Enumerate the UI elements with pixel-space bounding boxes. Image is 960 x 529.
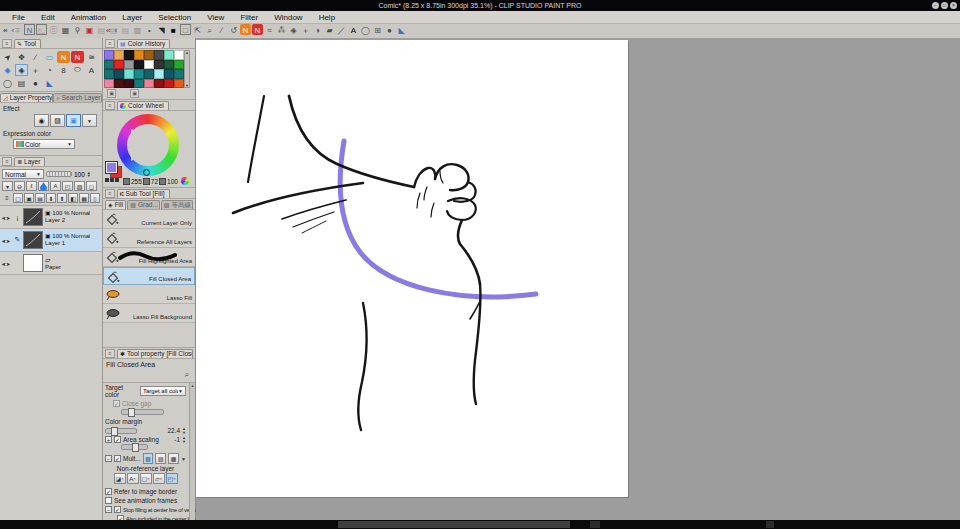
- color-swatch[interactable]: [144, 50, 154, 60]
- cylinder-icon[interactable]: ⊖: [14, 181, 25, 191]
- ink-drop-icon[interactable]: [38, 181, 49, 191]
- sub-tool-group-tab-1[interactable]: ◈Fill: [105, 200, 126, 209]
- tool-fill-alt[interactable]: ◈: [1, 64, 14, 76]
- magnifier-icon[interactable]: ⌕: [185, 370, 189, 379]
- effect-border-icon[interactable]: ▣: [66, 114, 81, 127]
- lasso-tool-icon[interactable]: ↺: [228, 24, 239, 35]
- color-swatch[interactable]: [104, 69, 114, 79]
- tool-pen-light[interactable]: ∕: [29, 51, 42, 63]
- color-swatch[interactable]: [104, 79, 114, 89]
- delete-color-button[interactable]: ▣: [130, 89, 139, 98]
- operation-tool-icon[interactable]: ⇱: [192, 24, 203, 35]
- menu-window[interactable]: Window: [266, 13, 310, 22]
- tool-crosshair[interactable]: ＋: [29, 64, 42, 76]
- layer-visibility-eye-icon[interactable]: [0, 208, 12, 226]
- exclude-draft-button[interactable]: ◪×: [114, 473, 126, 484]
- onion-skin-icon[interactable]: ▩: [132, 24, 143, 35]
- scroll-down-icon[interactable]: ▼: [185, 84, 189, 87]
- color-swatch[interactable]: [114, 50, 124, 60]
- effect-tone-icon[interactable]: ◉: [34, 114, 49, 127]
- color-swatch[interactable]: [114, 60, 124, 70]
- canvas-page[interactable]: [196, 40, 628, 497]
- sub-tool-reference-all-layers[interactable]: Reference All Layers: [103, 229, 195, 248]
- color-swatch[interactable]: [134, 79, 144, 89]
- layer-filter-icon[interactable]: ≡: [2, 193, 12, 203]
- color-history-scrollbar[interactable]: ▲ ▼: [184, 50, 190, 88]
- shrink-dock-a-icon[interactable]: ‹: [11, 26, 14, 35]
- ruler-tool-icon[interactable]: ◣: [396, 24, 407, 35]
- tool-fill[interactable]: ◈: [15, 64, 28, 76]
- color-swatch[interactable]: [164, 50, 174, 60]
- marker-orange-tool-icon[interactable]: N: [240, 24, 251, 35]
- eraser-tool-icon[interactable]: ▰: [324, 24, 335, 35]
- delete-layer-button[interactable]: ▯: [90, 193, 100, 203]
- color-swatch[interactable]: [134, 50, 144, 60]
- effect-more-dropdown[interactable]: ▼: [82, 114, 97, 127]
- tool-dot[interactable]: ●: [29, 77, 42, 89]
- sub-tool-lasso-fill-background[interactable]: Lasso Fill Background: [103, 304, 195, 323]
- pen-tool-icon[interactable]: ∕: [216, 24, 227, 35]
- color-swatch[interactable]: [104, 50, 114, 60]
- reference-image-icon[interactable]: ▣: [84, 24, 95, 35]
- combine-dropdown-icon[interactable]: ▾: [2, 181, 13, 191]
- effect-screen-icon[interactable]: ▨: [50, 114, 65, 127]
- tool-marker-orange[interactable]: N: [57, 51, 70, 63]
- color-swatch[interactable]: [124, 69, 134, 79]
- area-scaling-checkbox[interactable]: ✓: [114, 436, 121, 443]
- color-margin-stepper[interactable]: ▲▼: [182, 427, 186, 433]
- merge-down-button[interactable]: ⬆: [57, 193, 67, 203]
- tab-search-layer[interactable]: ⌕ Search Layer: [53, 93, 102, 102]
- color-swatch[interactable]: [124, 50, 134, 60]
- frame-icon[interactable]: ◻: [86, 181, 97, 191]
- collapse-dock-b-icon[interactable]: «: [106, 26, 110, 35]
- tool-property-scrollbar[interactable]: ▲ ▼: [189, 383, 195, 529]
- menu-file[interactable]: File: [4, 13, 33, 22]
- tool-object[interactable]: ✥: [15, 51, 28, 63]
- tool-eraser[interactable]: 8: [57, 64, 70, 76]
- color-swatch[interactable]: [124, 60, 134, 70]
- exclude-paper-button[interactable]: ▱×: [153, 473, 165, 484]
- frame-tool-icon[interactable]: ⊞: [372, 24, 383, 35]
- tool-marker-red[interactable]: N: [71, 51, 84, 63]
- blend-mode-select[interactable]: Normal ▼: [2, 169, 44, 179]
- color-swatch[interactable]: [134, 69, 144, 79]
- color-swatch[interactable]: [124, 79, 134, 89]
- color-swatch[interactable]: [144, 69, 154, 79]
- layer-thumbnail[interactable]: [23, 231, 43, 249]
- menu-layer[interactable]: Layer: [114, 13, 150, 22]
- rotate-flip-icon[interactable]: ◺: [36, 24, 47, 35]
- color-swatch[interactable]: [154, 69, 164, 79]
- taskbar[interactable]: [0, 520, 960, 529]
- blend-tool-icon[interactable]: ◑: [312, 24, 323, 35]
- menu-edit[interactable]: Edit: [33, 13, 63, 22]
- sub-tool-fill-closed-area[interactable]: Fill Closed Area: [103, 267, 195, 285]
- taskbar-item[interactable]: [590, 521, 600, 528]
- new-raster-layer-button[interactable]: ▢: [13, 193, 23, 203]
- tool-blend[interactable]: ◔: [43, 64, 56, 76]
- layer-visibility-eye-icon[interactable]: [0, 254, 12, 272]
- layer-row-paper[interactable]: ▱Paper: [0, 252, 102, 275]
- wheel-mode-toggle-icon[interactable]: [181, 177, 189, 185]
- ellipse-tool-icon[interactable]: ◯: [360, 24, 371, 35]
- sv-triangle[interactable]: [131, 129, 165, 161]
- close-gap-checkbox[interactable]: ✓: [113, 400, 120, 407]
- tool-ruler[interactable]: ◣: [43, 77, 56, 89]
- sub-tool-fill-highlighted-area[interactable]: Fill Highlighted Area: [103, 248, 195, 267]
- chip-btn-icon[interactable]: [115, 178, 119, 182]
- menu-help[interactable]: Help: [311, 13, 343, 22]
- export-icon[interactable]: ▤: [120, 24, 131, 35]
- sub-tool-group-tab-2[interactable]: ▨Grad...: [127, 200, 160, 209]
- hue-ring[interactable]: [117, 114, 179, 176]
- document-area[interactable]: [196, 38, 960, 520]
- snap-to-grid-icon[interactable]: N: [24, 24, 35, 35]
- menu-animation[interactable]: Animation: [63, 13, 115, 22]
- exclude-editing-button[interactable]: ▢×: [140, 473, 152, 484]
- stop-filling-collapse-icon[interactable]: −: [105, 506, 112, 513]
- tool-panel-menu-icon[interactable]: ≡: [2, 39, 12, 48]
- taskbar-item[interactable]: [338, 521, 570, 528]
- grid-icon[interactable]: ▦: [60, 24, 71, 35]
- refer-reference-button[interactable]: ▨: [155, 453, 166, 464]
- material-pin-icon[interactable]: ⚲: [72, 24, 83, 35]
- area-scaling-slider[interactable]: [121, 444, 148, 450]
- color-swatch[interactable]: [144, 60, 154, 70]
